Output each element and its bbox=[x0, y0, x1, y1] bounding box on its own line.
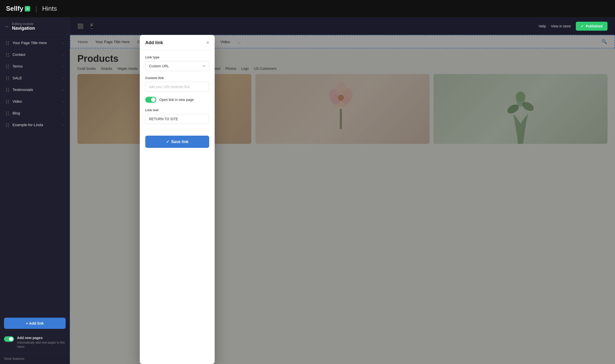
sidebar-item-label: Terms bbox=[12, 64, 59, 68]
topbar-divider: | bbox=[35, 5, 37, 13]
app-title: Hints bbox=[42, 5, 57, 12]
chevron-right-icon: › bbox=[62, 123, 64, 127]
editing-module-info: Editing module Navigation bbox=[12, 22, 35, 31]
drag-handle bbox=[6, 76, 9, 80]
add-link-button[interactable]: + Add link bbox=[4, 318, 66, 329]
save-link-button[interactable]: ✓ Save link bbox=[145, 136, 209, 148]
link-text-input[interactable] bbox=[145, 114, 209, 124]
editing-module-prefix: Editing module bbox=[12, 22, 35, 26]
content-toolbar: ⬛ 📱 Help View in store ✓ Published bbox=[70, 17, 615, 35]
device-switcher: ⬛ 📱 bbox=[77, 23, 95, 29]
store-features-label: Store features bbox=[0, 353, 70, 364]
topbar: Sellfy S | Hints bbox=[0, 0, 615, 17]
editing-module-name: Navigation bbox=[12, 26, 35, 31]
published-button[interactable]: ✓ Published bbox=[576, 22, 608, 31]
drag-handle bbox=[6, 111, 9, 115]
sidebar-item-label: Your Page Title Here bbox=[12, 41, 59, 45]
sidebar-item-label: Blog bbox=[12, 111, 59, 115]
save-label: Save link bbox=[171, 140, 188, 144]
sidebar-item-label: Example-for-Linda bbox=[12, 123, 59, 127]
drag-handle bbox=[6, 123, 9, 127]
logo: Sellfy S bbox=[6, 5, 30, 12]
back-button[interactable]: ← bbox=[5, 24, 9, 29]
sidebar-item-label: Contact bbox=[12, 52, 59, 57]
drag-handle bbox=[6, 100, 9, 103]
sidebar-item-sale-item[interactable]: SALE › bbox=[2, 72, 68, 84]
link-type-select[interactable]: Custom URL bbox=[145, 61, 209, 71]
logo-text: Sellfy bbox=[6, 5, 23, 12]
chevron-right-icon: › bbox=[62, 76, 64, 80]
help-button[interactable]: Help bbox=[539, 24, 546, 28]
link-text-label: Link text bbox=[145, 108, 209, 112]
sidebar-header: ← Editing module Navigation bbox=[0, 17, 70, 35]
modal-close-button[interactable]: × bbox=[206, 40, 209, 46]
toolbar-right: Help View in store ✓ Published bbox=[539, 22, 608, 31]
view-store-button[interactable]: View in store bbox=[551, 24, 571, 28]
sidebar-item-label: SALE bbox=[12, 76, 59, 80]
sidebar-item-blog-item[interactable]: Blog › bbox=[2, 107, 68, 119]
sidebar-item-example-item[interactable]: Example-for-Linda › bbox=[2, 119, 68, 130]
chevron-right-icon: › bbox=[62, 41, 64, 45]
custom-link-input[interactable] bbox=[145, 82, 209, 92]
sidebar-item-label: Testimonials bbox=[12, 88, 59, 92]
toggle-title: Add new pages bbox=[17, 336, 66, 340]
logo-badge: S bbox=[25, 6, 30, 11]
sidebar-item-video-item[interactable]: Video › bbox=[2, 96, 68, 107]
chevron-right-icon: › bbox=[62, 111, 64, 115]
toggle-subtitle: Automatically add new pages to this menu bbox=[17, 341, 66, 349]
open-new-page-label: Open link in new page bbox=[159, 98, 194, 102]
modal-overlay: Add link × Link type Custom URL Custom l… bbox=[70, 35, 615, 364]
modal-body: Link type Custom URL Custom link Open li… bbox=[140, 50, 215, 153]
drag-handle bbox=[6, 41, 9, 45]
published-checkmark: ✓ bbox=[581, 24, 584, 28]
sidebar-item-terms-item[interactable]: Terms › bbox=[2, 61, 68, 72]
add-link-modal: Add link × Link type Custom URL Custom l… bbox=[140, 35, 215, 364]
sidebar-item-label: Video bbox=[12, 99, 59, 103]
modal-header: Add link × bbox=[140, 35, 215, 50]
chevron-right-icon: › bbox=[62, 99, 64, 103]
auto-add-toggle[interactable] bbox=[4, 336, 14, 342]
modal-divider bbox=[145, 130, 209, 130]
mobile-icon[interactable]: 📱 bbox=[89, 23, 95, 29]
save-icon: ✓ bbox=[166, 139, 169, 144]
content-area: ⬛ 📱 Help View in store ✓ Published HomeY… bbox=[70, 17, 615, 364]
chevron-right-icon: › bbox=[62, 53, 64, 57]
main-layout: ← Editing module Navigation Your Page Ti… bbox=[0, 17, 615, 364]
sidebar-item-page-title-item[interactable]: Your Page Title Here › bbox=[2, 37, 68, 48]
published-label: Published bbox=[586, 24, 603, 28]
link-type-label: Link type bbox=[145, 55, 209, 59]
desktop-icon[interactable]: ⬛ bbox=[77, 23, 84, 29]
custom-link-label: Custom link bbox=[145, 76, 209, 80]
chevron-right-icon: › bbox=[62, 88, 64, 92]
drag-handle bbox=[6, 53, 9, 56]
nav-items-list: Your Page Title Here › Contact › Terms › bbox=[0, 35, 70, 315]
auto-add-toggle-section: Add new pages Automatically add new page… bbox=[0, 332, 70, 353]
sidebar-item-contact-item[interactable]: Contact › bbox=[2, 49, 68, 60]
chevron-right-icon: › bbox=[62, 64, 64, 68]
modal-title: Add link bbox=[145, 40, 163, 45]
sidebar: ← Editing module Navigation Your Page Ti… bbox=[0, 17, 70, 364]
open-new-page-toggle-row: Open link in new page bbox=[145, 97, 209, 103]
open-new-page-toggle[interactable] bbox=[145, 97, 156, 103]
drag-handle bbox=[6, 65, 9, 68]
drag-handle bbox=[6, 88, 9, 91]
preview-area: HomeYour Page Title HereContactTermsSALE… bbox=[70, 35, 615, 364]
sidebar-item-testimonials-item[interactable]: Testimonials › bbox=[2, 84, 68, 95]
